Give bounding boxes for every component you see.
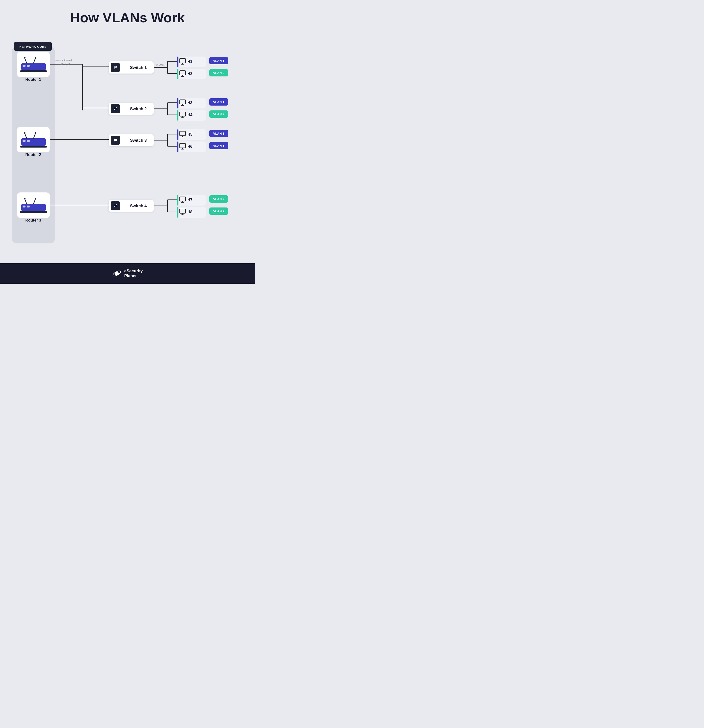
h8-label: H8: [187, 210, 192, 214]
trunk-label-1: trunk allowed: [55, 59, 72, 62]
h5-label: H5: [187, 132, 192, 136]
h7-vlan-label: VLAN 2: [213, 197, 224, 201]
h1-vlan-border: [177, 56, 178, 67]
h4-vlan-border: [177, 110, 178, 121]
core-label: NETWORK CORE: [19, 45, 46, 49]
page-title: How VLANs Work: [70, 10, 185, 26]
h3-vlan-border: [177, 98, 178, 108]
h3-vlan-label: VLAN 1: [213, 100, 224, 104]
router3-ant1-tip: [24, 198, 26, 199]
h7-vlan-border: [177, 195, 178, 205]
h2-label: H2: [187, 72, 192, 76]
h3-label: H3: [187, 101, 192, 105]
router2-label: Router 2: [26, 153, 41, 157]
router1-dot1: [23, 65, 26, 67]
switch2-icon: ⇌: [114, 106, 117, 111]
router1-label: Router 1: [26, 77, 41, 82]
router2-ant2-tip: [35, 132, 36, 134]
footer-logo-icon: [112, 269, 121, 278]
router3-dot2: [27, 205, 30, 208]
switch3-icon: ⇌: [114, 137, 117, 143]
router1-ant2-tip: [35, 57, 36, 58]
h6-vlan-label: VLAN 1: [213, 144, 224, 147]
router2-base: [20, 146, 47, 147]
switch4-label: Switch 4: [130, 204, 147, 208]
router3-label: Router 3: [26, 218, 41, 222]
router3-base: [20, 211, 47, 213]
main-container: How VLANs Work NETWORK CORE: [0, 0, 255, 254]
h2-vlan-border: [177, 69, 178, 79]
footer-brand: eSecurity Planet: [112, 269, 143, 278]
h1-label: H1: [187, 59, 192, 64]
h8-vlan-border: [177, 207, 178, 218]
access-label: access: [156, 63, 165, 66]
diagram-container: NETWORK CORE Router 1 Rou: [7, 35, 248, 254]
h2-vlan-label: VLAN 2: [213, 71, 224, 75]
h8-vlan-label: VLAN 2: [213, 209, 224, 213]
switch1-label: Switch 1: [130, 65, 147, 70]
h4-vlan-label: VLAN 2: [213, 112, 224, 116]
h6-vlan-border: [177, 142, 178, 152]
trunk-label-2: VLAN 1, 2: [56, 62, 70, 66]
h1-vlan-label: VLAN 1: [213, 59, 224, 63]
h5-vlan-label: VLAN 1: [213, 132, 224, 136]
router1-ant1-tip: [24, 57, 26, 58]
router2-dot1: [23, 140, 26, 142]
h5-vlan-border: [177, 129, 178, 140]
router1-dot2: [27, 65, 30, 67]
router3-dot1: [23, 205, 26, 208]
h4-label: H4: [187, 113, 192, 117]
switch4-icon: ⇌: [114, 203, 117, 208]
footer: eSecurity Planet: [0, 263, 255, 284]
router2-ant1-tip: [24, 132, 26, 134]
switch2-label: Switch 2: [130, 107, 147, 111]
switch3-label: Switch 3: [130, 138, 147, 143]
h7-label: H7: [187, 198, 192, 202]
router1-base: [20, 70, 47, 72]
switch1-icon: ⇌: [114, 65, 117, 70]
h6-label: H6: [187, 144, 192, 149]
main-diagram: NETWORK CORE Router 1 Rou: [7, 35, 248, 254]
router2-dot2: [27, 140, 30, 142]
footer-text: eSecurity Planet: [124, 269, 143, 278]
router3-ant2-tip: [35, 198, 36, 199]
